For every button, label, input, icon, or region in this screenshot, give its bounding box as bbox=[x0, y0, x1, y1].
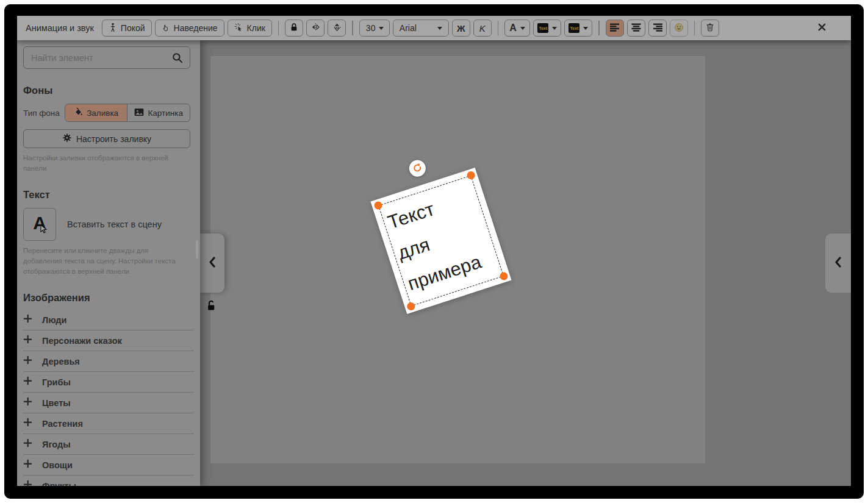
screenshot-stage: Анимация и звук Покой Наведение Клик bbox=[0, 0, 868, 503]
rotate-icon bbox=[411, 161, 424, 176]
